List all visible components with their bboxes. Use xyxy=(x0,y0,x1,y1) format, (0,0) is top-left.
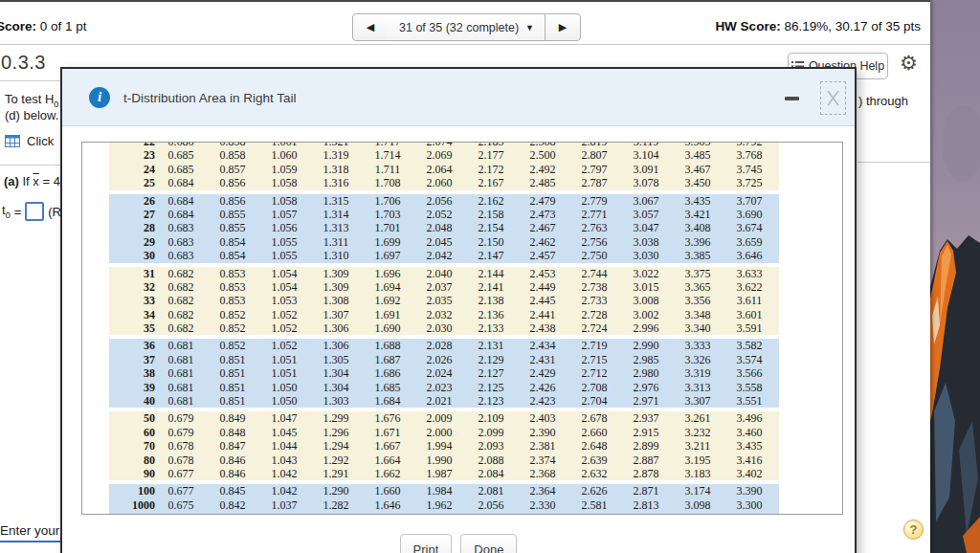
value-cell: 1.313 xyxy=(310,221,362,234)
value-cell: 1.045 xyxy=(258,426,310,439)
minimize-button[interactable] xyxy=(785,97,799,100)
value-cell: 1.054 xyxy=(258,280,310,294)
value-cell: 1.052 xyxy=(258,321,310,335)
value-cell: 3.319 xyxy=(672,366,724,380)
value-cell: 2.060 xyxy=(413,176,465,189)
value-cell: 2.733 xyxy=(568,294,620,307)
value-cell: 1.687 xyxy=(362,353,413,366)
value-cell: 2.021 xyxy=(413,394,465,408)
value-cell: 2.915 xyxy=(620,426,672,439)
value-cell: 1.051 xyxy=(258,366,310,380)
table-row: 350.6820.8521.0521.3061.6902.0302.1332.4… xyxy=(109,321,779,335)
value-cell: 2.099 xyxy=(465,426,517,439)
value-cell: 3.067 xyxy=(620,194,672,208)
value-cell: 2.133 xyxy=(465,321,517,335)
value-cell: 3.291 xyxy=(724,512,775,515)
dialog-header: i t-Distribution Area in Right Tail xyxy=(62,69,855,126)
value-cell: 2.403 xyxy=(517,411,568,425)
t0-answer-input[interactable] xyxy=(25,202,44,221)
value-cell: 2.054 xyxy=(465,512,517,515)
value-cell: 2.374 xyxy=(517,453,568,467)
print-button[interactable]: Print xyxy=(400,534,453,553)
value-cell: 2.326 xyxy=(517,512,568,515)
df-cell: 60 xyxy=(109,426,155,439)
value-cell: 3.375 xyxy=(672,267,724,280)
value-cell: 2.712 xyxy=(568,366,620,380)
value-cell: 2.819 xyxy=(568,142,620,148)
next-question-button[interactable]: ▶ xyxy=(545,13,581,41)
table-row: 360.6810.8521.0521.3061.6882.0282.1312.4… xyxy=(109,339,779,352)
value-cell: 1.646 xyxy=(362,498,413,512)
value-cell: 1.051 xyxy=(258,353,310,366)
value-cell: 2.728 xyxy=(568,308,620,321)
table-row: 220.6860.8581.0611.3211.7172.0742.1832.5… xyxy=(109,142,779,148)
table-row: 330.6820.8531.0531.3081.6922.0352.1382.4… xyxy=(109,294,779,307)
value-cell: 1.042 xyxy=(258,484,310,498)
value-cell: 0.681 xyxy=(155,381,207,394)
value-cell: 3.611 xyxy=(724,294,775,307)
value-cell: 0.682 xyxy=(155,267,207,280)
value-cell: 3.582 xyxy=(724,339,775,352)
value-cell: 2.084 xyxy=(465,467,517,480)
value-cell: 3.356 xyxy=(672,294,724,307)
value-cell: 2.093 xyxy=(465,439,517,453)
value-cell: 1.060 xyxy=(258,148,310,162)
help-bubble-button[interactable]: ? xyxy=(903,520,924,540)
t0-answer-row: t0 = (R xyxy=(2,202,61,221)
value-cell: 0.681 xyxy=(155,339,207,352)
value-cell: 3.792 xyxy=(724,142,775,148)
hw-score-text: HW Score: 86.19%, 30.17 of 35 pts xyxy=(715,19,921,33)
value-cell: 2.125 xyxy=(465,381,517,394)
done-button[interactable]: Done xyxy=(460,534,517,553)
value-cell: 3.505 xyxy=(672,142,724,148)
part-a-text: (a) If x = 47 xyxy=(4,174,67,188)
table-row: 320.6820.8531.0541.3091.6942.0372.1412.4… xyxy=(109,280,779,294)
close-button[interactable] xyxy=(820,81,846,115)
value-cell: 2.508 xyxy=(517,142,568,148)
gear-icon[interactable]: ⚙ xyxy=(900,53,918,73)
value-cell: 2.750 xyxy=(568,249,620,262)
statement-fragment-through: ) through xyxy=(858,94,908,108)
value-cell: 3.551 xyxy=(724,394,775,408)
divider xyxy=(858,162,930,163)
value-cell: 2.576 xyxy=(568,512,620,515)
value-cell: 1.311 xyxy=(310,235,362,249)
equals-sign: = xyxy=(14,205,22,219)
table-row: 310.6820.8531.0541.3091.6962.0402.1442.4… xyxy=(109,267,779,280)
value-cell: 2.971 xyxy=(620,394,672,408)
value-cell: 3.450 xyxy=(672,176,724,189)
df-cell: 39 xyxy=(109,381,155,394)
click-table-link[interactable]: Click xyxy=(5,134,54,148)
value-cell: 2.462 xyxy=(517,235,568,249)
question-position-dropdown[interactable]: 31 of 35 (32 complete) ▼ xyxy=(388,13,546,41)
value-cell: 2.032 xyxy=(413,308,465,321)
previous-question-button[interactable]: ◀ xyxy=(352,13,389,41)
value-cell: 2.763 xyxy=(568,221,620,234)
value-cell: 3.261 xyxy=(672,411,724,425)
df-cell: 23 xyxy=(109,148,155,162)
value-cell: 3.326 xyxy=(672,353,724,366)
value-cell: 0.851 xyxy=(207,353,258,366)
value-cell: 2.162 xyxy=(465,194,517,208)
value-cell: 1.660 xyxy=(362,484,413,498)
value-cell: 1.309 xyxy=(310,267,362,280)
value-cell: 3.232 xyxy=(672,426,724,439)
value-cell: 3.078 xyxy=(620,176,672,189)
value-cell: 0.855 xyxy=(207,221,258,234)
value-cell: 1.696 xyxy=(362,267,413,280)
value-cell: 1.055 xyxy=(258,235,310,249)
value-cell: 2.390 xyxy=(517,426,568,439)
value-cell: 0.677 xyxy=(155,484,207,498)
t-table-scroll-area[interactable]: 220.6860.8581.0611.3211.7172.0742.1832.5… xyxy=(81,142,843,515)
value-cell: 3.195 xyxy=(672,453,724,467)
value-cell: 3.038 xyxy=(620,235,672,249)
value-cell: 2.467 xyxy=(517,221,568,234)
value-cell: 3.340 xyxy=(672,321,724,335)
value-cell: 3.030 xyxy=(620,249,672,262)
value-cell: 1.697 xyxy=(362,249,413,262)
value-cell: 3.646 xyxy=(724,249,775,262)
value-cell: 1.042 xyxy=(258,467,310,480)
value-cell: 1.701 xyxy=(362,221,413,234)
score-text: Score: 0 of 1 pt xyxy=(0,19,87,33)
value-cell: 1.044 xyxy=(258,439,310,453)
